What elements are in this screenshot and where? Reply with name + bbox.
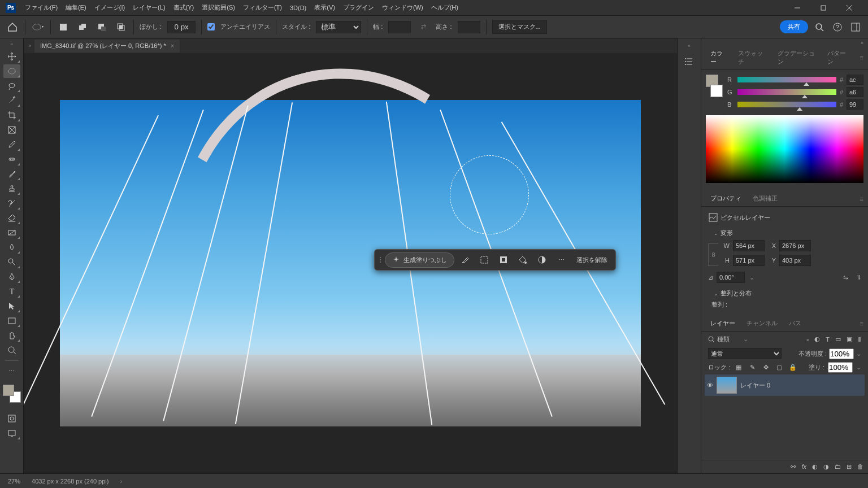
canvas[interactable]: 生成塗りつぶし ⋯ 選択を解除: [60, 100, 641, 426]
help-icon[interactable]: ?: [831, 20, 844, 34]
more-options-icon[interactable]: ⋯: [553, 251, 570, 268]
adjust-icon[interactable]: [533, 251, 550, 268]
invert-selection-icon[interactable]: [495, 251, 512, 268]
pen-tool[interactable]: [3, 270, 20, 284]
menu-layer[interactable]: レイヤー(L): [129, 1, 168, 14]
b-input[interactable]: [847, 99, 863, 110]
generative-fill-button[interactable]: 生成塗りつぶし: [385, 252, 454, 268]
style-select[interactable]: 標準: [316, 21, 361, 33]
intersect-selection-icon[interactable]: [114, 20, 128, 34]
brush-tool[interactable]: [3, 167, 20, 181]
menu-type[interactable]: 書式(Y): [170, 1, 198, 14]
eraser-tool[interactable]: [3, 211, 20, 225]
height-prop-input[interactable]: [733, 255, 765, 266]
lock-artboard-icon[interactable]: ▢: [774, 363, 784, 373]
mask-icon[interactable]: ◐: [812, 463, 818, 470]
magic-wand-tool[interactable]: [3, 94, 20, 107]
transform-section[interactable]: ⌄変形: [708, 226, 861, 240]
antialias-checkbox[interactable]: [207, 23, 215, 30]
filter-smart-icon[interactable]: ▣: [847, 336, 852, 343]
panel-menu-icon[interactable]: ≡: [856, 195, 868, 202]
new-selection-icon[interactable]: [57, 20, 70, 34]
tool-preset-icon[interactable]: [31, 20, 45, 34]
tab-properties[interactable]: プロパティ: [705, 191, 747, 206]
tab-swatches[interactable]: スウォッチ: [732, 46, 771, 69]
tab-paths[interactable]: パス: [783, 316, 807, 331]
filter-adjust-icon[interactable]: ◐: [814, 336, 820, 343]
link-wh-icon[interactable]: 8: [708, 243, 718, 266]
panel-menu-icon[interactable]: ≡: [856, 54, 868, 61]
window-minimize[interactable]: [784, 0, 810, 16]
lock-paint-icon[interactable]: ✎: [747, 363, 757, 373]
stamp-tool[interactable]: [3, 182, 20, 195]
menu-help[interactable]: ヘルプ(H): [428, 1, 462, 14]
gradient-tool[interactable]: [3, 226, 20, 239]
align-section[interactable]: ⌄整列と分布: [708, 286, 861, 300]
brush-edit-icon[interactable]: [457, 251, 474, 268]
y-prop-input[interactable]: [779, 255, 811, 266]
modify-selection-icon[interactable]: [476, 251, 493, 268]
menu-view[interactable]: 表示(V): [311, 1, 338, 14]
tab-layers[interactable]: レイヤー: [705, 316, 741, 331]
blur-tool[interactable]: [3, 241, 20, 254]
tab-color[interactable]: カラー: [705, 46, 732, 69]
quickmask-tool[interactable]: [3, 412, 20, 425]
deselect-button[interactable]: 選択を解除: [572, 256, 612, 264]
doc-info[interactable]: 4032 px x 2268 px (240 ppi): [32, 478, 108, 485]
window-close[interactable]: [836, 0, 862, 16]
shape-tool[interactable]: [3, 314, 20, 328]
link-layers-icon[interactable]: ⚯: [791, 463, 796, 470]
document-tab[interactable]: IMG_8340.tif @ 27% (レイヤー 0, RGB/16*) * ×: [34, 40, 180, 53]
filter-type-icon[interactable]: T: [826, 336, 830, 343]
subtract-selection-icon[interactable]: [95, 20, 108, 34]
brushes-panel-icon[interactable]: [684, 56, 695, 67]
crop-tool[interactable]: [3, 108, 20, 122]
screenmode-tool[interactable]: [3, 426, 20, 440]
menu-edit[interactable]: 編集(E): [62, 1, 90, 14]
workspace-icon[interactable]: [849, 20, 862, 34]
tab-channels[interactable]: チャンネル: [741, 316, 783, 331]
delete-layer-icon[interactable]: 🗑: [857, 463, 863, 470]
filter-shape-icon[interactable]: ▭: [835, 336, 841, 343]
taskbar-grip[interactable]: [378, 257, 383, 263]
marquee-tool[interactable]: [3, 64, 20, 78]
close-tab-icon[interactable]: ×: [171, 42, 174, 49]
menu-image[interactable]: イメージ(I): [91, 1, 128, 14]
foreground-color[interactable]: [3, 385, 14, 396]
menu-3d[interactable]: 3D(D): [287, 2, 310, 14]
menu-window[interactable]: ウィンドウ(W): [379, 1, 427, 14]
panels-expand-icon[interactable]: «: [688, 43, 691, 49]
healing-tool[interactable]: [3, 152, 20, 166]
lock-pixels-icon[interactable]: ▦: [734, 363, 744, 373]
path-select-tool[interactable]: [3, 299, 20, 313]
fill-input[interactable]: [828, 362, 853, 373]
menu-plugin[interactable]: プラグイン: [340, 1, 377, 14]
color-spectrum[interactable]: [706, 115, 863, 183]
eyedropper-tool[interactable]: [3, 138, 20, 151]
panel-bg-color[interactable]: [710, 85, 723, 97]
g-input[interactable]: [847, 87, 863, 97]
width-prop-input[interactable]: [733, 240, 765, 251]
frame-tool[interactable]: [3, 123, 20, 137]
panel-menu-icon[interactable]: ≡: [856, 320, 868, 327]
doc-info-chevron[interactable]: ›: [120, 478, 122, 485]
adjustment-layer-icon[interactable]: ◑: [823, 463, 829, 470]
layer-item[interactable]: 👁 レイヤー 0: [705, 374, 865, 396]
tab-gradients[interactable]: グラデーション: [772, 46, 822, 69]
layer-filter-select[interactable]: 種類 ⌄: [708, 335, 748, 343]
color-swatches[interactable]: [3, 385, 21, 403]
marquee-selection[interactable]: [450, 155, 529, 234]
flip-h-icon[interactable]: ⇋: [843, 274, 848, 281]
search-icon[interactable]: [813, 20, 826, 34]
layer-thumbnail[interactable]: [717, 377, 737, 394]
add-selection-icon[interactable]: [76, 20, 89, 34]
r-input[interactable]: [847, 75, 863, 85]
menu-file[interactable]: ファイル(F): [21, 1, 61, 14]
lock-position-icon[interactable]: ✥: [761, 363, 771, 373]
fx-icon[interactable]: fx: [801, 463, 806, 470]
lock-all-icon[interactable]: 🔒: [788, 363, 798, 373]
zoom-tool[interactable]: [3, 343, 20, 357]
hand-tool[interactable]: [3, 329, 20, 342]
lasso-tool[interactable]: [3, 79, 20, 93]
share-button[interactable]: 共有: [780, 20, 808, 33]
